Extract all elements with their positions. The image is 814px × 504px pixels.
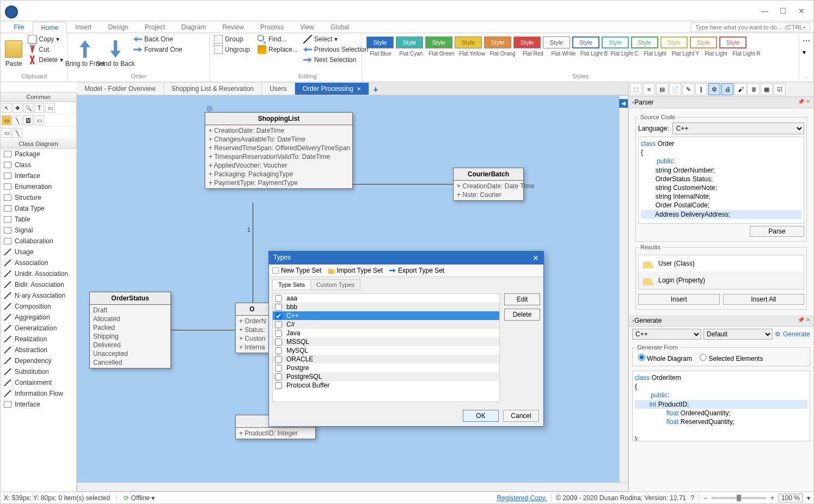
select-dropdown[interactable]: Select ▾ bbox=[302, 34, 369, 44]
type-set-row[interactable]: Postgre bbox=[273, 364, 499, 372]
panel-icon-9[interactable]: 🖌 bbox=[735, 83, 746, 95]
toolbox-item[interactable]: Generalization bbox=[1, 323, 76, 334]
uml-attribute[interactable]: + Packaging: PackagingType bbox=[209, 170, 349, 179]
whole-diagram-radio[interactable]: Whole Diagram bbox=[638, 354, 692, 362]
type-set-row[interactable]: PostgreSQL bbox=[273, 372, 499, 381]
panel-icon-10[interactable]: ≣ bbox=[748, 83, 760, 95]
uml-attribute[interactable]: + TimespanReservationValidTo: DateTime bbox=[209, 152, 349, 161]
ribbon-expand-icon[interactable]: ▾ bbox=[803, 48, 810, 56]
shape1-tool-icon[interactable]: ▭ bbox=[2, 128, 11, 138]
uml-attribute[interactable]: + ProductID: Integer bbox=[239, 429, 312, 438]
ungroup-button[interactable]: Ungroup bbox=[213, 45, 251, 54]
copy-button[interactable]: Copy ▾ bbox=[27, 34, 64, 44]
zoom-out-button[interactable]: − bbox=[703, 494, 707, 502]
toolbox-item[interactable]: Data Type bbox=[1, 203, 76, 214]
generate-language-select[interactable]: C++ bbox=[632, 329, 701, 340]
panel-icon-1[interactable]: ⬚ bbox=[630, 83, 642, 95]
dialog-titlebar[interactable]: Types ✕ bbox=[269, 251, 543, 265]
insert-button[interactable]: Insert bbox=[638, 294, 720, 305]
replace-button[interactable]: Replace... bbox=[256, 45, 299, 54]
type-set-row[interactable]: ORACLE bbox=[273, 355, 499, 364]
selected-elements-radio[interactable]: Selected Elements bbox=[700, 354, 763, 362]
panel-icon-11[interactable]: ▦ bbox=[761, 83, 773, 95]
panel-icon-6[interactable]: ∥ bbox=[695, 83, 707, 95]
toolbox-item[interactable]: Class bbox=[1, 159, 76, 170]
window-close-button[interactable]: ✕ bbox=[795, 7, 808, 15]
zoom-dropdown-icon[interactable]: ▾ bbox=[807, 494, 810, 502]
parse-button[interactable]: Parse bbox=[750, 226, 804, 237]
menu-global[interactable]: Global bbox=[323, 22, 357, 33]
generate-template-select[interactable]: Default bbox=[703, 329, 773, 340]
rect-tool-icon[interactable]: ▭ bbox=[2, 115, 11, 125]
zoom-tool-icon[interactable]: 🔍 bbox=[23, 103, 33, 113]
type-set-row[interactable]: MySQL bbox=[273, 346, 499, 355]
toolbox-item[interactable]: Collaboration bbox=[1, 236, 76, 247]
generate-button[interactable]: ⚙Generate bbox=[775, 330, 810, 338]
toolbox-item[interactable]: Dependency bbox=[1, 355, 76, 366]
panel-icon-5[interactable]: ✎ bbox=[682, 83, 694, 95]
menu-project[interactable]: Project bbox=[137, 22, 173, 33]
type-set-checkbox[interactable] bbox=[275, 304, 282, 311]
horizontal-scrollbar[interactable] bbox=[77, 482, 628, 491]
language-select[interactable]: C++ bbox=[672, 122, 804, 134]
toolbox-item[interactable]: Signal bbox=[1, 225, 76, 236]
common-header[interactable]: Common bbox=[1, 93, 76, 102]
tab-shopping-list[interactable]: Shopping List & Reservation bbox=[164, 83, 262, 95]
uml-attribute[interactable]: Unaccepted bbox=[93, 349, 167, 358]
tab-close-icon[interactable]: ✕ bbox=[357, 86, 361, 92]
uml-attribute[interactable]: + ReservedTimeSpan: OfferedDeliveryTimeS… bbox=[209, 144, 349, 152]
uml-class-orderstatus[interactable]: OrderStatus DraftAllocatedPackedShipping… bbox=[89, 292, 171, 368]
uml-attribute[interactable]: + Interna bbox=[239, 343, 265, 352]
toolbox-item[interactable]: Bidir. Association bbox=[1, 279, 76, 290]
type-set-checkbox[interactable] bbox=[275, 295, 282, 302]
uml-attribute[interactable]: + OrderN bbox=[239, 317, 265, 325]
pin-icon[interactable]: 📌 ✕ bbox=[798, 99, 810, 106]
uml-attribute[interactable]: + PaymentType: PaymentType bbox=[209, 179, 349, 187]
uml-attribute[interactable]: Packed bbox=[93, 323, 167, 332]
edit-button[interactable]: Edit bbox=[504, 293, 540, 305]
uml-attribute[interactable]: Draft bbox=[93, 306, 167, 315]
type-set-row[interactable]: aaa bbox=[273, 294, 499, 303]
source-code-box[interactable]: class Order { public: string OrderNumber… bbox=[638, 137, 804, 224]
generate-panel-header[interactable]: ◦ Generate📌 ✕ bbox=[629, 315, 813, 327]
style-button[interactable]: Style bbox=[513, 36, 541, 48]
delete-button[interactable]: Delete ▾ bbox=[27, 55, 64, 65]
class-diagram-header[interactable]: Class Diagram bbox=[1, 139, 76, 149]
zoom-slider[interactable] bbox=[712, 497, 766, 499]
type-set-row[interactable]: bbb bbox=[273, 303, 499, 311]
uml-attribute[interactable]: + Status: bbox=[239, 325, 265, 334]
type-set-checkbox[interactable] bbox=[275, 312, 282, 319]
uml-attribute[interactable]: + Note: Courier bbox=[457, 190, 520, 199]
style-button[interactable]: Style bbox=[366, 36, 394, 48]
uml-attribute[interactable]: + AppliedVoucher: Voucher bbox=[209, 161, 349, 170]
export-type-set-button[interactable]: Export Type Set bbox=[389, 267, 444, 274]
box-tool-icon[interactable]: ▭ bbox=[34, 115, 44, 125]
toolbox-item[interactable]: Substitution bbox=[1, 366, 76, 377]
import-type-set-button[interactable]: Import Type Set bbox=[328, 267, 383, 274]
zoom-level[interactable]: 100 % bbox=[779, 494, 803, 502]
type-set-checkbox[interactable] bbox=[275, 330, 282, 337]
uml-attribute[interactable]: Cancelled bbox=[93, 358, 167, 367]
toolbox-search-input[interactable] bbox=[1, 82, 84, 92]
note-tool-icon[interactable]: ▭ bbox=[45, 103, 55, 113]
style-button[interactable]: Style bbox=[572, 36, 599, 48]
custom-types-tab[interactable]: Custom Types bbox=[310, 279, 360, 290]
generated-code-box[interactable]: class OrderItem { public: int ProductID;… bbox=[632, 371, 810, 441]
uml-attribute[interactable]: Delivered bbox=[93, 341, 167, 349]
insert-all-button[interactable]: Insert All bbox=[723, 294, 805, 305]
toolbox-item[interactable]: Package bbox=[1, 149, 76, 159]
type-set-list[interactable]: aaabbbC++C#JavaMSSQLMySQLORACLEPostgrePo… bbox=[272, 293, 500, 402]
style-button[interactable]: Style bbox=[455, 36, 482, 48]
pan-tool-icon[interactable]: ✥ bbox=[13, 103, 22, 113]
uml-attribute[interactable]: + Custon bbox=[239, 334, 265, 343]
panel-print-icon[interactable]: 🖨 bbox=[721, 83, 733, 95]
vertical-scrollbar[interactable] bbox=[619, 96, 628, 491]
toolbox-item[interactable]: Interface bbox=[1, 399, 76, 410]
line-tool-icon[interactable]: ╲ bbox=[13, 115, 22, 125]
style-button[interactable]: Style bbox=[396, 36, 423, 48]
type-set-row[interactable]: Protocol Buffer bbox=[273, 381, 499, 390]
next-selection-button[interactable]: Next Selection bbox=[302, 55, 369, 65]
tab-users[interactable]: Users bbox=[262, 83, 295, 95]
cancel-button[interactable]: Cancel bbox=[503, 410, 539, 422]
offline-status[interactable]: ⟳ Offline ▾ bbox=[124, 494, 155, 502]
